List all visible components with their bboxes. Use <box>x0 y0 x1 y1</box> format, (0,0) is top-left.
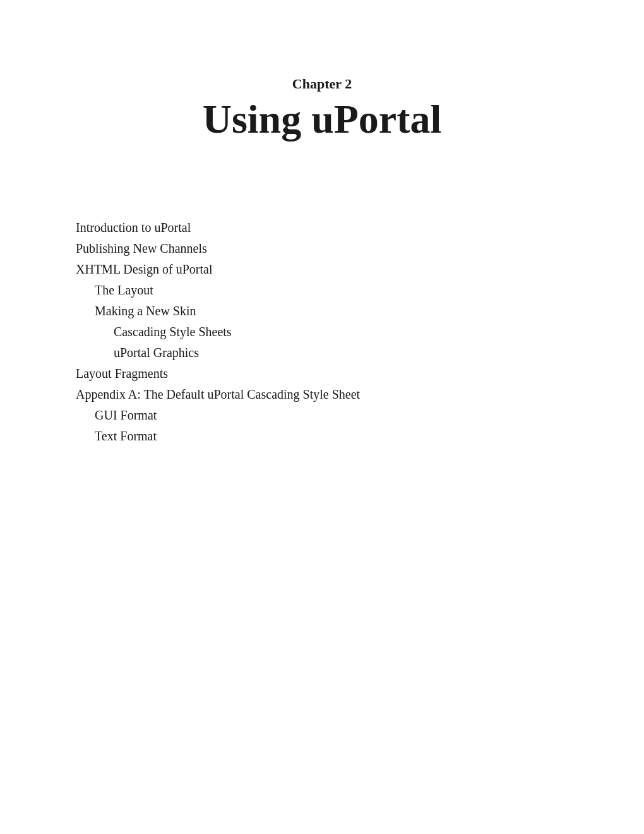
table-of-contents: Introduction to uPortalPublishing New Ch… <box>63 217 581 447</box>
toc-item: Publishing New Channels <box>76 238 581 259</box>
toc-item: Appendix A: The Default uPortal Cascadin… <box>76 384 581 405</box>
toc-item: The Layout <box>76 280 581 301</box>
toc-item: XHTML Design of uPortal <box>76 259 581 280</box>
chapter-header: Chapter 2 Using uPortal <box>63 76 581 142</box>
chapter-title: Using uPortal <box>63 97 581 142</box>
toc-item: Layout Fragments <box>76 363 581 384</box>
toc-item: Cascading Style Sheets <box>76 322 581 342</box>
toc-item: Making a New Skin <box>76 301 581 322</box>
toc-item: Introduction to uPortal <box>76 217 581 238</box>
chapter-label: Chapter 2 <box>63 76 581 92</box>
toc-item: uPortal Graphics <box>76 342 581 363</box>
toc-item: Text Format <box>76 426 581 447</box>
page: Chapter 2 Using uPortal Introduction to … <box>0 0 644 834</box>
toc-item: GUI Format <box>76 405 581 426</box>
